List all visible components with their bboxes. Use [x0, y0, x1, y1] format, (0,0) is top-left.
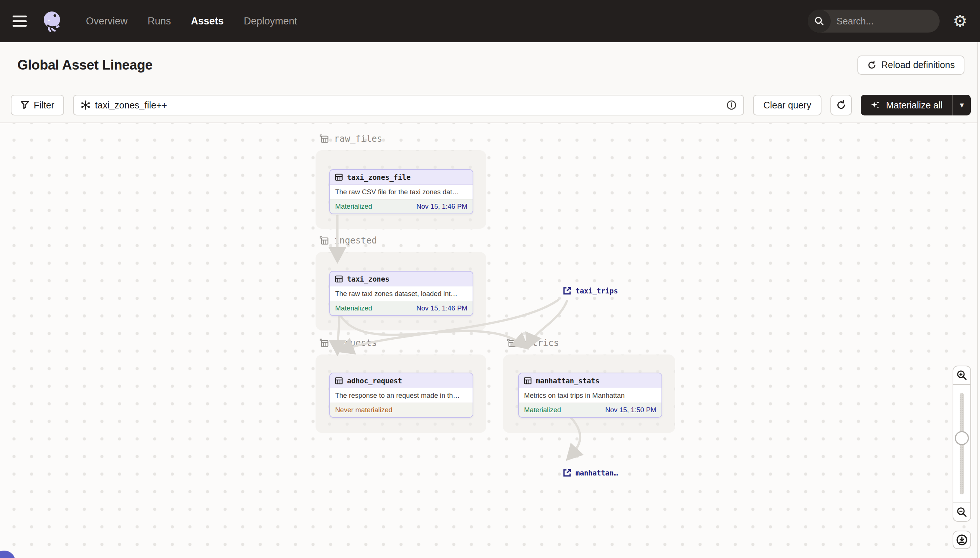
materialization-timestamp: Nov 15, 1:46 PM [416, 304, 468, 312]
materialization-timestamp: Nov 15, 1:46 PM [416, 202, 468, 210]
nav-item-runs[interactable]: Runs [148, 16, 171, 27]
materialize-dropdown-button[interactable]: ▾ [953, 95, 971, 115]
caret-down-icon: ▾ [960, 100, 964, 110]
materialization-timestamp: Nov 15, 1:50 PM [605, 406, 656, 414]
search-input[interactable] [831, 16, 940, 27]
lineage-graph-canvas[interactable]: raw_files ingested requests metrics [0, 123, 980, 558]
table-icon [524, 377, 532, 385]
asset-description: The response to an request made in th… [330, 388, 473, 402]
zoom-out-button[interactable] [953, 502, 970, 521]
search-icon [808, 10, 831, 33]
asset-name: adhoc_request [347, 377, 402, 385]
scrollbar-track[interactable] [977, 42, 980, 558]
refresh-icon [867, 60, 877, 70]
zoom-slider-handle[interactable] [955, 431, 969, 445]
asset-node-adhoc-request[interactable]: adhoc_request The response to an request… [329, 373, 473, 418]
sparkles-icon [870, 100, 881, 110]
page-title: Global Asset Lineage [17, 57, 153, 73]
funnel-icon [20, 101, 29, 110]
info-icon[interactable] [726, 100, 737, 110]
external-link-icon [562, 468, 572, 478]
external-asset-manhattan-map[interactable]: manhattan… [562, 468, 618, 478]
materialize-all-button[interactable]: Materialize all [861, 95, 952, 115]
global-search[interactable]: / [808, 10, 940, 33]
nav-links: Overview Runs Assets Deployment [86, 16, 297, 27]
clear-query-button[interactable]: Clear query [753, 95, 822, 115]
materialize-all-split-button: Materialize all ▾ [861, 95, 971, 115]
refresh-icon [836, 100, 846, 110]
page-header: Global Asset Lineage Reload definitions [0, 42, 980, 88]
lineage-toolbar: Filter Clear query Materialize [0, 88, 980, 123]
lineage-edges [0, 123, 980, 558]
asset-node-manhattan-stats[interactable]: manhattan_stats Metrics on taxi trips in… [518, 373, 662, 418]
external-link-icon [562, 286, 572, 295]
refresh-graph-button[interactable] [830, 95, 852, 115]
zoom-in-icon [956, 370, 967, 381]
top-nav: Overview Runs Assets Deployment / ⚙ [0, 0, 980, 42]
asset-description: The raw taxi zones dataset, loaded int… [330, 286, 473, 301]
asset-name: taxi_zones_file [347, 173, 411, 181]
asset-description: The raw CSV file for the taxi zones dat… [330, 185, 473, 199]
zoom-out-icon [956, 507, 967, 518]
table-icon [335, 377, 343, 385]
table-icon [335, 275, 343, 283]
status-badge: Materialized [524, 406, 561, 414]
asset-node-taxi-zones[interactable]: taxi_zones The raw taxi zones dataset, l… [329, 271, 473, 316]
nav-item-assets[interactable]: Assets [191, 16, 224, 27]
zoom-in-button[interactable] [953, 366, 970, 385]
dagster-logo-icon[interactable] [41, 10, 63, 32]
settings-gear-icon[interactable]: ⚙ [953, 13, 967, 29]
external-asset-taxi-trips[interactable]: taxi_trips [562, 286, 618, 295]
edge-taxi-trips-to-manhattan-stats [529, 301, 567, 346]
edge-taxi-zones-to-adhoc-request [338, 316, 339, 352]
zoom-slider[interactable] [953, 385, 970, 502]
edge-manhattan-stats-to-manhattan-map [569, 418, 580, 458]
asset-node-taxi-zones-file[interactable]: taxi_zones_file The raw CSV file for the… [329, 169, 473, 214]
zoom-controls [953, 366, 971, 522]
download-view-button[interactable] [953, 531, 971, 549]
status-badge: Materialized [335, 304, 372, 312]
asset-query-input[interactable] [95, 100, 722, 111]
asset-selector-icon [81, 100, 91, 110]
asset-name: manhattan_stats [536, 377, 600, 385]
nav-item-deployment[interactable]: Deployment [244, 16, 297, 27]
table-icon [335, 173, 343, 181]
status-badge: Materialized [335, 202, 372, 210]
download-icon [956, 534, 968, 546]
status-badge: Never materialized [335, 406, 392, 414]
asset-description: Metrics on taxi trips in Manhattan [519, 388, 662, 402]
asset-query-field[interactable] [73, 95, 744, 115]
filter-button[interactable]: Filter [11, 95, 64, 115]
nav-item-overview[interactable]: Overview [86, 16, 128, 27]
reload-definitions-button[interactable]: Reload definitions [857, 56, 964, 75]
asset-name: taxi_zones [347, 275, 389, 283]
menu-icon[interactable] [13, 16, 27, 27]
